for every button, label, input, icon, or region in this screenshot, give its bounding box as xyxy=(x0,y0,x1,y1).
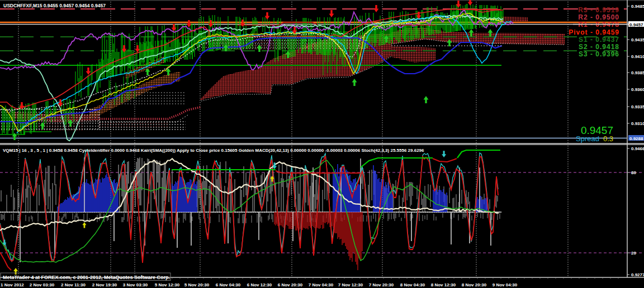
svg-text:8 Nov 12:30: 8 Nov 12:30 xyxy=(431,282,456,287)
svg-text:6 Nov 12:30: 6 Nov 12:30 xyxy=(247,282,272,287)
svg-text:S2 - 0.9418: S2 - 0.9418 xyxy=(579,43,619,51)
svg-text:9 Nov 04:30: 9 Nov 04:30 xyxy=(493,282,518,287)
svg-text:0.3: 0.3 xyxy=(603,135,613,143)
svg-text:6 Nov 04:30: 6 Nov 04:30 xyxy=(216,282,241,287)
svg-text:Spread: Spread xyxy=(576,135,599,143)
svg-text:MetaTrader 4 at FOREX.com, c 2: MetaTrader 4 at FOREX.com, c 2001-2012, … xyxy=(3,275,170,280)
svg-text:0.9288: 0.9288 xyxy=(629,136,643,141)
svg-text:8 Nov 20:30: 8 Nov 20:30 xyxy=(462,282,487,287)
svg-text:8 Nov 04:30: 8 Nov 04:30 xyxy=(400,282,425,287)
svg-text:0.9435: 0.9435 xyxy=(631,37,644,42)
svg-text:0.9410: 0.9410 xyxy=(631,54,644,59)
svg-text:0.9457: 0.9457 xyxy=(629,22,643,27)
svg-text:R2 - 0.9500: R2 - 0.9500 xyxy=(578,13,619,21)
svg-text:7 Nov 12:30: 7 Nov 12:30 xyxy=(338,282,363,287)
svg-text:5 Nov 12:30: 5 Nov 12:30 xyxy=(155,282,180,287)
svg-text:0.9310: 0.9310 xyxy=(631,121,644,126)
svg-text:R3 - 0.9519: R3 - 0.9519 xyxy=(578,6,619,14)
svg-text:2 Nov 11:30: 2 Nov 11:30 xyxy=(61,282,86,287)
svg-text:6 Nov 20:30: 6 Nov 20:30 xyxy=(278,282,303,287)
svg-text:S3 - 0.9396: S3 - 0.9396 xyxy=(579,50,619,58)
svg-text:1 Nov 2012: 1 Nov 2012 xyxy=(1,282,24,287)
svg-text:VQM15 | 16 , 3 , 5 , 1 | 0.: VQM15 | 16 , 3 , 5 , 1 | 0.9458 0.9458 C… xyxy=(3,148,424,153)
svg-text:3 Nov 03:30: 3 Nov 03:30 xyxy=(123,282,148,287)
svg-text:S1 - 0.9437: S1 - 0.9437 xyxy=(579,36,619,44)
svg-text:2 Nov 03:30: 2 Nov 03:30 xyxy=(30,282,55,287)
svg-text:5 Nov 20:30: 5 Nov 20:30 xyxy=(184,282,210,287)
svg-text:0.9385: 0.9385 xyxy=(631,70,644,75)
svg-text:0.9360: 0.9360 xyxy=(631,87,644,92)
svg-text:USDCHFFXF,M15 0.9455 0.9457 0: USDCHFFXF,M15 0.9455 0.9457 0.9454 0.945… xyxy=(3,3,106,8)
svg-text:7 Nov 04:30: 7 Nov 04:30 xyxy=(309,282,334,287)
svg-text:2 Nov 19:30: 2 Nov 19:30 xyxy=(92,282,117,287)
svg-text:0.9335: 0.9335 xyxy=(631,104,644,109)
svg-text:0.9485: 0.9485 xyxy=(631,4,644,9)
svg-text:0.9277: 0.9277 xyxy=(631,272,644,277)
svg-text:80: 80 xyxy=(631,170,636,175)
svg-text:0.9466: 0.9466 xyxy=(631,146,644,151)
svg-text:7 Nov 20:30: 7 Nov 20:30 xyxy=(369,282,394,287)
svg-text:Pivot - 0.9459: Pivot - 0.9459 xyxy=(569,28,619,36)
svg-text:20: 20 xyxy=(631,251,636,256)
